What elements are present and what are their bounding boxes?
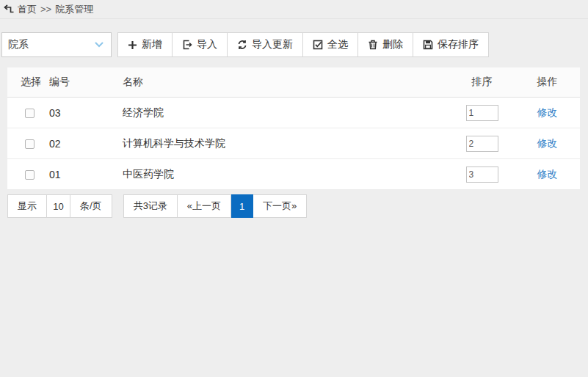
chevron-down-icon: [95, 42, 104, 48]
sort-input[interactable]: [466, 166, 498, 183]
header-action: 操作: [515, 67, 580, 98]
sort-input[interactable]: [466, 136, 498, 152]
row-checkbox[interactable]: [25, 109, 35, 118]
import-button[interactable]: 导入: [173, 32, 228, 57]
cell-name: 中医药学院: [122, 159, 449, 190]
breadcrumb-separator: >>: [40, 4, 51, 15]
cell-name: 经济学院: [122, 98, 449, 128]
table-row: 02 计算机科学与技术学院 修改: [7, 128, 580, 159]
row-checkbox[interactable]: [25, 170, 35, 180]
header-sort: 排序: [449, 67, 515, 98]
refresh-icon: [237, 40, 247, 50]
import-update-button[interactable]: 导入更新: [228, 32, 303, 57]
add-button[interactable]: 新增: [117, 32, 173, 57]
delete-button[interactable]: 删除: [358, 32, 413, 57]
trash-icon: [368, 40, 378, 50]
sort-input[interactable]: [466, 105, 498, 121]
import-icon: [182, 40, 192, 50]
modify-link[interactable]: 修改: [537, 168, 558, 180]
return-arrow-icon: [4, 4, 14, 14]
toolbar-button-group: 新增 导入 导入更新: [117, 32, 489, 57]
select-all-button[interactable]: 全选: [303, 32, 358, 57]
department-table-card: 选择 编号 名称 排序 操作 03 经济学院 修改 02 计算机科学与技术学院 …: [7, 67, 580, 190]
table-row: 01 中医药学院 修改: [7, 159, 580, 190]
department-table: 选择 编号 名称 排序 操作 03 经济学院 修改 02 计算机科学与技术学院 …: [7, 67, 580, 190]
header-name: 名称: [122, 67, 449, 98]
cell-name: 计算机科学与技术学院: [122, 128, 449, 159]
row-checkbox[interactable]: [25, 139, 35, 149]
cell-code: 01: [48, 159, 122, 190]
current-page-button[interactable]: 1: [231, 194, 253, 218]
page-size-input[interactable]: [47, 194, 70, 218]
select-value: 院系: [8, 38, 29, 51]
header-code: 编号: [48, 67, 122, 98]
save-icon: [423, 40, 433, 50]
header-select: 选择: [7, 67, 48, 98]
check-square-icon: [313, 40, 323, 50]
page-size-group: 显示 条/页: [7, 194, 112, 218]
prev-page-button[interactable]: «上一页: [178, 194, 231, 218]
breadcrumb-current: 院系管理: [55, 3, 93, 16]
pagination: 显示 条/页 共3记录 «上一页 1 下一页»: [7, 194, 307, 218]
cell-code: 02: [48, 128, 122, 159]
department-type-select[interactable]: 院系: [1, 32, 112, 57]
next-page-button[interactable]: 下一页»: [253, 194, 307, 218]
plus-icon: [128, 40, 137, 50]
show-label: 显示: [7, 194, 47, 218]
table-header-row: 选择 编号 名称 排序 操作: [7, 67, 580, 98]
total-records-label: 共3记录: [123, 194, 178, 218]
page-nav-group: 共3记录 «上一页 1 下一页»: [123, 194, 308, 218]
per-page-label: 条/页: [70, 194, 112, 218]
table-row: 03 经济学院 修改: [7, 98, 580, 128]
cell-code: 03: [48, 98, 122, 128]
modify-link[interactable]: 修改: [537, 137, 558, 149]
save-sort-button[interactable]: 保存排序: [413, 32, 489, 57]
modify-link[interactable]: 修改: [537, 106, 558, 118]
toolbar: 院系 新增 导入: [1, 32, 489, 57]
breadcrumb: 首页 >> 院系管理: [0, 0, 588, 19]
breadcrumb-home-link[interactable]: 首页: [18, 3, 37, 16]
